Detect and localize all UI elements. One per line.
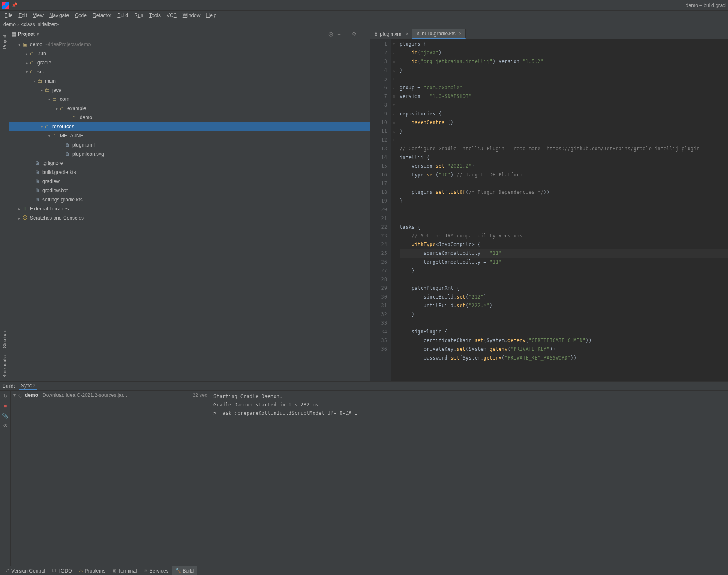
chevron-down-icon[interactable]: ▾ (54, 106, 59, 111)
stop-icon[interactable]: ■ (4, 403, 7, 409)
tree-item[interactable]: 🗀demo (9, 113, 370, 122)
folder-icon: 🗀 (29, 60, 36, 66)
chevron-right-icon[interactable]: ▸ (24, 61, 29, 65)
menu-file[interactable]: File (2, 12, 15, 19)
chevron-right-icon[interactable]: ▸ (17, 207, 22, 211)
project-tree[interactable]: ▾ ▣ demo ~/IdeaProjects/demo ▸🗀.run ▸🗀gr… (9, 39, 370, 381)
close-icon[interactable]: × (406, 31, 409, 37)
tree-file[interactable]: 🗎plugin.xml (9, 140, 370, 149)
tree-item[interactable]: ▸🗀.run (9, 49, 370, 58)
tree-scratches[interactable]: ▸⦿Scratches and Consoles (9, 213, 370, 223)
rerun-icon[interactable]: ↻ (3, 393, 7, 399)
settings-gear-icon[interactable]: ⚙ (351, 31, 358, 37)
chevron-down-icon[interactable]: ▾ (17, 42, 22, 47)
build-label: Build: (2, 383, 15, 389)
menu-vcs[interactable]: VCS (164, 12, 180, 19)
close-icon[interactable]: × (33, 383, 36, 388)
chevron-right-icon[interactable]: ▸ (17, 216, 22, 220)
tree-item[interactable]: ▾🗀main (9, 76, 370, 86)
chevron-down-icon[interactable]: ▾ (47, 134, 51, 138)
tree-file[interactable]: 🗎.gitignore (9, 159, 370, 168)
tree-item[interactable]: ▾🗀META-INF (9, 131, 370, 140)
tree-item[interactable]: ▾🗀com (9, 95, 370, 104)
editor-tab-active[interactable]: 🗎 build.gradle.kts × (412, 29, 466, 39)
editor-body[interactable]: 1234567891011121314151617181920212223242… (370, 39, 728, 381)
menu-tools[interactable]: Tools (146, 12, 164, 19)
menu-run[interactable]: Run (131, 12, 146, 19)
build-console[interactable]: Starting Gradle Daemon...Gradle Daemon s… (210, 391, 728, 566)
package-icon: 🗀 (59, 105, 66, 111)
tree-file[interactable]: 🗎pluginIcon.svg (9, 149, 370, 159)
tree-root[interactable]: ▾ ▣ demo ~/IdeaProjects/demo (9, 40, 370, 49)
tool-tab-project[interactable]: Project (1, 32, 8, 52)
attach-icon[interactable]: 📎 (2, 413, 8, 419)
menu-navigate[interactable]: Navigate (47, 12, 72, 19)
chevron-down-icon[interactable]: ▾ (47, 97, 51, 102)
tool-tab-bookmarks[interactable]: Bookmarks (1, 352, 8, 381)
libraries-icon: ⫴ (22, 206, 28, 212)
close-icon[interactable]: × (459, 31, 462, 37)
file-icon: 🗎 (34, 160, 41, 166)
menu-help[interactable]: Help (203, 12, 219, 19)
editor-tab[interactable]: 🗎 plugin.xml × (370, 29, 412, 39)
select-opened-file-icon[interactable]: ◎ (327, 31, 334, 37)
tree-ext-libs[interactable]: ▸⫴External Libraries (9, 204, 370, 213)
tab-label: plugin.xml (380, 31, 402, 37)
status-problems[interactable]: ⚠Problems (76, 566, 109, 575)
menu-view[interactable]: View (30, 12, 47, 19)
tool-tab-structure[interactable]: Structure (1, 326, 8, 352)
hide-icon[interactable]: — (360, 31, 368, 37)
tree-item-selected[interactable]: ▾🗀resources (9, 122, 370, 131)
chevron-right-icon[interactable]: ▸ (24, 51, 29, 56)
tree-item[interactable]: ▾🗀java (9, 86, 370, 95)
menu-code[interactable]: Code (72, 12, 90, 19)
breadcrumb-root[interactable]: demo (3, 22, 16, 27)
pin-icon[interactable]: 📌 (12, 2, 17, 8)
build-tree[interactable]: ▾ ◌ demo: Download ideaIC-2021.2-sources… (11, 391, 210, 566)
menu-refactor[interactable]: Refactor (90, 12, 114, 19)
tree-item[interactable]: ▸🗀gradle (9, 58, 370, 67)
app-icon (2, 2, 9, 9)
build-tab-sync[interactable]: Sync× (19, 382, 37, 390)
chevron-down-icon[interactable]: ▾ (39, 125, 44, 129)
chevron-down-icon[interactable]: ▾ (39, 88, 44, 93)
services-icon: ⚛ (144, 568, 148, 573)
folder-icon: 🗀 (29, 69, 36, 75)
breadcrumb-item[interactable]: <class initializer> (21, 22, 59, 27)
build-task-name: demo: (25, 392, 40, 398)
build-task-row[interactable]: ▾ ◌ demo: Download ideaIC-2021.2-sources… (13, 392, 207, 398)
folder-icon: 🗀 (37, 78, 43, 84)
source-folder-icon: 🗀 (44, 87, 51, 93)
chevron-down-icon[interactable]: ▾ (24, 70, 29, 74)
status-todo[interactable]: ☑TODO (49, 566, 75, 575)
problems-icon: ⚠ (79, 568, 83, 573)
main-area: Project Structure Bookmarks ▤ Project ▾ … (0, 29, 728, 381)
collapse-all-icon[interactable]: ÷ (343, 31, 349, 37)
chevron-down-icon[interactable]: ▾ (13, 392, 16, 398)
tab-label: build.gradle.kts (422, 31, 456, 37)
view-icon[interactable]: 👁 (3, 423, 8, 429)
status-vcs[interactable]: ⎇Version Control (1, 566, 49, 575)
package-icon: 🗀 (71, 115, 78, 120)
tree-item[interactable]: ▾🗀example (9, 104, 370, 113)
code-area[interactable]: plugins { id("java") id("org.jetbrains.i… (397, 39, 728, 381)
package-icon: 🗀 (51, 96, 58, 102)
menu-build[interactable]: Build (114, 12, 131, 19)
tree-file[interactable]: 🗎build.gradle.kts (9, 168, 370, 177)
project-header: ▤ Project ▾ ◎ ≡ ÷ ⚙ — (9, 29, 370, 39)
breadcrumb-separator: › (17, 22, 19, 27)
chevron-down-icon[interactable]: ▾ (32, 79, 37, 83)
svg-file-icon: 🗎 (64, 151, 71, 157)
status-services[interactable]: ⚛Services (140, 566, 172, 575)
status-terminal[interactable]: ▣Terminal (109, 566, 140, 575)
menu-window[interactable]: Window (180, 12, 203, 19)
tree-file[interactable]: 🗎gradlew.bat (9, 186, 370, 195)
tree-file[interactable]: 🗎settings.gradle.kts (9, 195, 370, 204)
menu-edit[interactable]: Edit (15, 12, 30, 19)
tree-file[interactable]: 🗎gradlew (9, 177, 370, 186)
tree-item[interactable]: ▾🗀src (9, 67, 370, 76)
status-build[interactable]: 🔨Build (172, 566, 197, 575)
fold-gutter[interactable]: ⊟⌞⊟⌞⊟⌞⊟⊟⌞⊟⌞⊟ (391, 39, 397, 381)
dropdown-chevron-icon[interactable]: ▾ (37, 31, 39, 37)
expand-all-icon[interactable]: ≡ (336, 31, 342, 37)
